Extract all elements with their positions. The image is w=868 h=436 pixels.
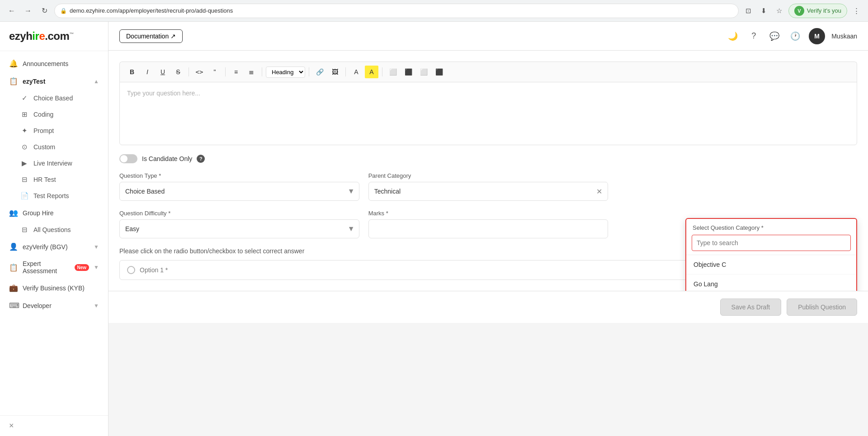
group-hire-icon: 👥 (9, 209, 18, 217)
candidate-only-toggle[interactable] (119, 154, 137, 163)
sidebar-label-ezytest: ezyTest (23, 78, 45, 85)
marks-input[interactable] (368, 219, 609, 238)
bold-button[interactable]: B (125, 66, 139, 78)
editor-toolbar: B I U S <> " ≡ ≣ Heading Normal H1 H2 (119, 62, 857, 82)
toolbar-divider-5 (345, 67, 346, 76)
link-button[interactable]: 🔗 (313, 66, 326, 78)
toolbar-divider-1 (189, 67, 189, 76)
save-page-icon[interactable]: ⬇ (758, 5, 770, 17)
live-interview-icon: ▶ (20, 159, 29, 167)
forward-button[interactable]: → (22, 5, 34, 17)
dropdown-search-input[interactable] (692, 235, 851, 251)
parent-category-field[interactable]: Technical ✕ (368, 182, 609, 201)
save-draft-button[interactable]: Save As Draft (720, 299, 782, 316)
chevron-down-expert-icon: ▼ (94, 264, 99, 270)
chevron-up-icon: ▲ (94, 78, 99, 85)
refresh-button[interactable]: ↻ (38, 5, 51, 17)
coding-icon: ⊞ (20, 110, 29, 118)
sidebar-item-coding[interactable]: ⊞ Coding (0, 106, 108, 123)
toolbar-divider-6 (382, 67, 382, 76)
sidebar-item-announcements[interactable]: 🔔 Announcements (0, 55, 108, 72)
dropdown-item-objective-c[interactable]: Objective C (686, 255, 856, 275)
sidebar-item-prompt[interactable]: ✦ Prompt (0, 123, 108, 139)
chevron-down-dev-icon: ▼ (94, 303, 99, 309)
difficulty-label: Question Difficulty * (119, 210, 359, 217)
sidebar-item-hr-test[interactable]: ⊟ HR Test (0, 171, 108, 188)
toolbar-divider-4 (309, 67, 309, 76)
sidebar-item-test-reports[interactable]: 📄 Test Reports (0, 188, 108, 204)
choice-based-icon: ✓ (20, 94, 29, 102)
quote-button[interactable]: " (208, 66, 222, 78)
address-bar[interactable]: 🔒 demo.ezyhire.com/app/employer/test/rec… (54, 4, 739, 18)
image-button[interactable]: 🖼 (328, 66, 342, 78)
prompt-icon: ✦ (20, 127, 29, 135)
dark-mode-icon[interactable]: 🌙 (726, 29, 740, 43)
sidebar-item-custom[interactable]: ⊙ Custom (0, 139, 108, 155)
sidebar-item-ezytest[interactable]: 📋 ezyTest ▲ (0, 72, 108, 90)
candidate-only-label: Is Candidate Only (142, 155, 192, 162)
back-button[interactable]: ← (5, 5, 18, 17)
sidebar-item-all-questions[interactable]: ⊟ All Questions (0, 222, 108, 238)
user-name: Muskaan (831, 33, 857, 40)
underline-button[interactable]: U (156, 66, 170, 78)
parent-category-clear-button[interactable]: ✕ (596, 187, 602, 196)
parent-category-group: Parent Category Technical ✕ (368, 172, 609, 201)
question-type-select[interactable]: Choice Based Coding Technical Prompt Cus… (119, 182, 359, 201)
align-center-button[interactable]: ⬛ (401, 66, 415, 78)
question-editor[interactable]: Type your question here... (119, 82, 857, 145)
developer-icon: ⌨ (9, 301, 18, 310)
heading-select[interactable]: Heading Normal H1 H2 H3 (266, 66, 305, 78)
documentation-button[interactable]: Documentation ↗ (119, 29, 183, 43)
cast-icon[interactable]: ⊡ (742, 5, 755, 17)
code-button[interactable]: <> (193, 66, 206, 78)
sidebar-item-verify-business[interactable]: 💼 Verify Business (KYB) (0, 279, 108, 297)
ordered-list-button[interactable]: ≣ (245, 66, 258, 78)
toolbar-divider-2 (225, 67, 226, 76)
sidebar-label-ezyverify: ezyVerify (BGV) (23, 243, 68, 251)
form-row-1: Question Type * Choice Based Coding Tech… (119, 172, 857, 201)
bookmark-icon[interactable]: ☆ (773, 5, 786, 17)
help-icon[interactable]: ? (746, 29, 761, 43)
text-color-button[interactable]: A (349, 66, 363, 78)
history-icon[interactable]: 🕐 (788, 29, 802, 43)
browser-bar: ← → ↻ 🔒 demo.ezyhire.com/app/employer/te… (0, 0, 868, 22)
sidebar-item-live-interview[interactable]: ▶ Live Interview (0, 155, 108, 171)
user-avatar[interactable]: M (809, 28, 825, 44)
align-right-button[interactable]: ⬜ (417, 66, 430, 78)
verify-badge[interactable]: V Verify it's you (788, 4, 847, 18)
sidebar-close-button[interactable]: × (0, 415, 108, 436)
difficulty-select[interactable]: Easy Medium Hard (119, 219, 359, 238)
all-questions-icon: ⊟ (20, 226, 29, 234)
chat-icon[interactable]: 💬 (767, 29, 782, 43)
highlight-button[interactable]: A (365, 66, 378, 78)
candidate-only-help-icon[interactable]: ? (197, 155, 205, 163)
sidebar-item-group-hire[interactable]: 👥 Group Hire (0, 204, 108, 222)
custom-icon: ⊙ (20, 143, 29, 151)
strikethrough-button[interactable]: S (171, 66, 185, 78)
sidebar-item-choice-based[interactable]: ✓ Choice Based (0, 90, 108, 106)
sidebar-label-test-reports: Test Reports (33, 192, 69, 199)
dropdown-item-go-lang[interactable]: Go Lang (686, 275, 856, 291)
option-1-radio[interactable] (127, 266, 135, 274)
align-justify-button[interactable]: ⬛ (432, 66, 446, 78)
sidebar-label-live-interview: Live Interview (33, 160, 72, 167)
question-type-group: Question Type * Choice Based Coding Tech… (119, 172, 359, 201)
publish-button[interactable]: Publish Question (787, 299, 857, 316)
italic-button[interactable]: I (141, 66, 154, 78)
parent-category-value: Technical (374, 188, 593, 195)
top-header: Documentation ↗ 🌙 ? 💬 🕐 M Muskaan (108, 22, 868, 51)
bullet-list-button[interactable]: ≡ (229, 66, 243, 78)
sidebar-label-developer: Developer (23, 302, 52, 309)
sidebar-item-expert-assessment[interactable]: 📋 Expert Assessment New ▼ (0, 256, 108, 279)
main-content: Documentation ↗ 🌙 ? 💬 🕐 M Muskaan B I U (108, 22, 868, 436)
marks-label: Marks * (368, 210, 609, 217)
ezyverify-icon: 👤 (9, 242, 18, 251)
more-options-icon[interactable]: ⋮ (850, 5, 863, 17)
align-left-button[interactable]: ⬜ (386, 66, 400, 78)
sidebar-label-choice-based: Choice Based (33, 95, 73, 102)
new-badge: New (75, 264, 90, 271)
sidebar-item-developer[interactable]: ⌨ Developer ▼ (0, 297, 108, 314)
sidebar-label-all-questions: All Questions (33, 226, 71, 233)
sidebar-item-ezyverify[interactable]: 👤 ezyVerify (BGV) ▼ (0, 238, 108, 256)
candidate-only-row: Is Candidate Only ? (119, 154, 857, 163)
